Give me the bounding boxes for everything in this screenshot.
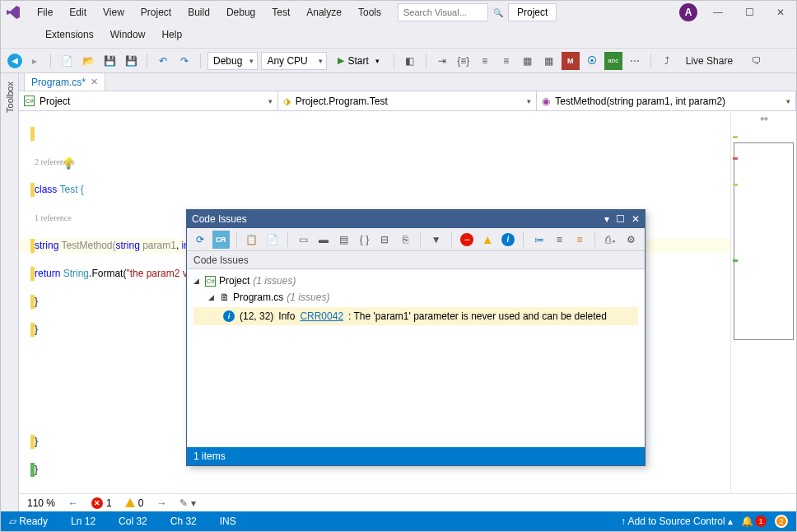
close-button[interactable]: ✕ [770,2,791,23]
config-combo[interactable]: Debug [207,52,258,70]
menu-file[interactable]: File [30,5,59,20]
error-count[interactable]: ✕1 [91,497,112,509]
title-search-filter[interactable]: Project [508,3,557,21]
panel-subtitle: Code Issues [187,251,645,269]
panel-btn-1[interactable]: 📋 [243,231,260,249]
expand-icon[interactable]: ◢ [208,293,217,301]
issue-code-link[interactable]: CRR0042 [300,310,343,322]
panel-close-icon[interactable]: ✕ [632,213,640,225]
status-right-badge[interactable]: 2 [775,515,788,528]
panel-btn-2[interactable]: 📄 [263,231,281,249]
menu-analyze[interactable]: Analyze [300,5,348,20]
panel-body[interactable]: ◢ C# Project (1 issues) ◢ 🗎 Program.cs (… [187,269,645,447]
warning-count[interactable]: 0 [125,497,144,509]
main-toolbar: ◀ ▸ 📄 📂 💾 💾 ↶ ↷ Debug Any CPU ▶Start▾ ◧ … [1,49,796,73]
overview-viewport[interactable] [734,142,794,340]
tb-more[interactable]: ⋯ [626,52,644,70]
tree-row-file[interactable]: ◢ 🗎 Program.cs (1 issues) [193,289,638,306]
tb-ext1[interactable]: ◧ [401,52,419,70]
tb-brace[interactable]: {≡} [454,52,473,70]
menu-help[interactable]: Help [155,27,189,42]
status-col[interactable]: Col 32 [119,516,147,527]
maximize-button[interactable]: ☐ [739,2,760,23]
tb-list2[interactable]: ≡ [497,52,515,70]
panel-warning-toggle[interactable]: ▲ [479,231,496,249]
user-avatar[interactable]: A [679,3,697,21]
save-button[interactable]: 💾 [100,52,119,70]
tb-pin[interactable]: ⦿ [583,52,601,70]
split-icon[interactable]: ⇔ [760,113,768,124]
panel-export[interactable]: ⎙▾ [602,231,619,249]
nav-member-combo[interactable]: ◉ TestMethod(string param1, int param2) [537,91,796,110]
tb-box2[interactable]: ▦ [540,52,558,70]
minimize-button[interactable]: — [707,2,729,23]
refresh-button[interactable]: ⟳ [192,231,209,249]
menu-window[interactable]: Window [104,27,152,42]
panel-view2[interactable]: ≡ [551,231,568,249]
tb-list1[interactable]: ≡ [476,52,494,70]
panel-btn-3[interactable]: ▭ [295,231,312,249]
issue-row[interactable]: i (12, 32) Info CRR0042 : The 'param1' p… [193,307,638,325]
pen-icon[interactable]: ✎ ▾ [179,497,195,509]
nav-class-combo[interactable]: ⬗ Project.Program.Test [278,91,538,110]
panel-info-toggle[interactable]: i [500,231,517,249]
zoom-level[interactable]: 110 % [27,497,55,509]
nav-back-button[interactable]: ◀ [7,54,22,68]
platform-combo[interactable]: Any CPU [261,52,327,70]
menu-tools[interactable]: Tools [352,5,388,20]
csharp-icon: C# [24,96,35,106]
tb-abc[interactable]: abc [604,52,622,70]
menu-project[interactable]: Project [134,5,178,20]
overview-ruler[interactable]: ⇔ [730,111,796,493]
save-all-button[interactable]: 💾 [122,52,140,70]
menu-edit[interactable]: Edit [63,5,93,20]
status-line[interactable]: Ln 12 [71,516,96,527]
menu-view[interactable]: View [96,5,131,20]
menu-test[interactable]: Test [265,5,296,20]
tree-row-project[interactable]: ◢ C# Project (1 issues) [193,273,638,289]
panel-dropdown-icon[interactable]: ▾ [604,213,609,225]
cr-button[interactable]: CR [212,231,230,249]
panel-btn-tree[interactable]: ⊟ [376,231,394,249]
redo-button[interactable]: ↷ [175,52,193,70]
file-tab[interactable]: Program.cs* ✕ [24,73,105,91]
menu-extensions[interactable]: Extensions [39,27,100,42]
panel-settings[interactable]: ⚙ [622,231,640,249]
status-ch[interactable]: Ch 32 [170,516,197,527]
panel-view1[interactable]: ≔ [530,231,548,249]
tb-m-icon[interactable]: M [562,52,580,70]
notifications-button[interactable]: 🔔1 [741,516,767,527]
tb-feedback[interactable]: 🗨 [748,52,766,70]
nav-scope-combo[interactable]: C# Project [19,91,278,110]
codelens-refs[interactable]: 1 reference [35,211,72,225]
toolbox-tab[interactable]: Toolbox [1,73,19,511]
menu-debug[interactable]: Debug [220,5,262,20]
codelens-refs[interactable]: 2 references [35,155,75,169]
tab-close-icon[interactable]: ✕ [91,77,98,87]
panel-maximize-icon[interactable]: ☐ [616,213,625,225]
new-item-button[interactable]: 📄 [58,52,76,70]
source-control-button[interactable]: ↑ Add to Source Control ▴ [621,516,733,527]
filter-button[interactable]: ▼ [427,231,445,249]
open-button[interactable]: 📂 [79,52,97,70]
expand-icon[interactable]: ◢ [193,277,202,285]
nav-prev-icon[interactable]: ← [68,497,78,509]
menu-build[interactable]: Build [181,5,217,20]
panel-btn-copy[interactable]: ⎘ [397,231,414,249]
start-debug-button[interactable]: ▶Start▾ [330,52,386,70]
panel-view3[interactable]: ≡ [571,231,589,249]
nav-fwd-button[interactable]: ▸ [26,52,44,70]
panel-titlebar[interactable]: Code Issues ▾ ☐ ✕ [187,210,645,228]
panel-error-toggle[interactable]: − [459,231,476,249]
liveshare-button[interactable]: Live Share [679,54,739,68]
panel-btn-4[interactable]: ▬ [315,231,333,249]
panel-btn-braces[interactable]: { } [356,231,373,249]
tb-indent[interactable]: ⇥ [433,52,451,70]
nav-next-icon[interactable]: → [156,497,166,509]
tb-box1[interactable]: ▦ [519,52,537,70]
panel-btn-5[interactable]: ▤ [335,231,352,249]
title-search-input[interactable] [398,3,488,21]
status-ins[interactable]: INS [220,516,236,527]
undo-button[interactable]: ↶ [154,52,172,70]
warning-icon [125,498,135,507]
